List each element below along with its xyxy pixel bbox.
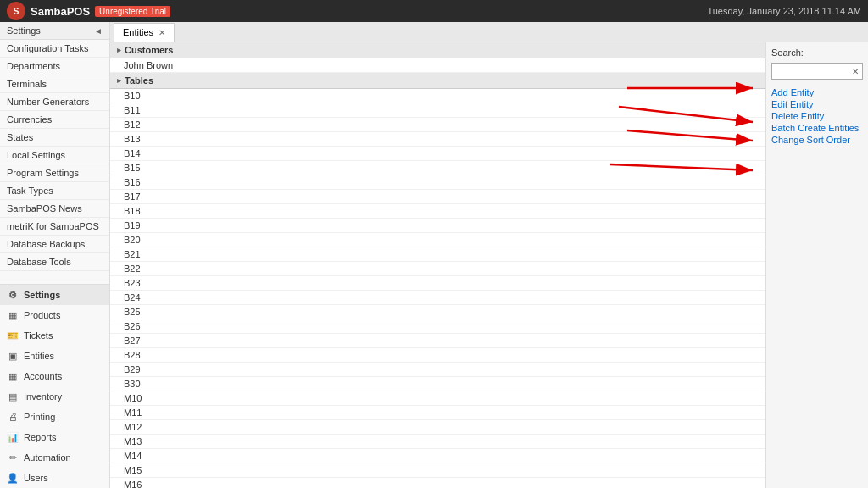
entity-item[interactable]: B10	[110, 89, 765, 103]
nav-item-inventory[interactable]: ▤Inventory	[0, 386, 109, 407]
search-clear-icon[interactable]: ✕	[852, 67, 859, 76]
action-add-entity[interactable]: Add Entity	[771, 86, 814, 98]
entity-item[interactable]: B22	[110, 262, 765, 276]
entity-item[interactable]: M11	[110, 406, 765, 420]
settings-item[interactable]: Terminals	[0, 75, 109, 93]
users-nav-icon: 👤	[7, 472, 19, 484]
action-links: Add EntityEdit EntityDelete EntityBatch …	[771, 86, 863, 146]
settings-item[interactable]: States	[0, 129, 109, 147]
printing-nav-icon: 🖨	[7, 411, 19, 423]
entity-item[interactable]: B20	[110, 233, 765, 247]
entity-group-tables[interactable]: Tables	[110, 73, 765, 89]
entities-nav-icon: ▣	[7, 350, 19, 362]
tab-label: Entities	[123, 27, 153, 37]
action-delete-entity[interactable]: Delete Entity	[771, 110, 824, 122]
inventory-nav-label: Inventory	[24, 391, 62, 402]
content-area: Entities ✕ CustomersJohn BrownTablesB10B…	[110, 22, 868, 488]
printing-nav-label: Printing	[24, 412, 55, 422]
action-batch-create-entities[interactable]: Batch Create Entities	[771, 122, 859, 134]
entities-tab[interactable]: Entities ✕	[114, 23, 175, 42]
nav-item-settings[interactable]: ⚙Settings	[0, 285, 109, 305]
action-edit-entity[interactable]: Edit Entity	[771, 98, 814, 110]
accounts-nav-icon: ▦	[7, 370, 19, 382]
entity-item[interactable]: B16	[110, 175, 765, 190]
search-label: Search:	[771, 47, 863, 58]
entity-item[interactable]: M13	[110, 435, 765, 449]
entity-item[interactable]: B17	[110, 190, 765, 204]
settings-item[interactable]: Number Generators	[0, 93, 109, 111]
users-nav-label: Users	[24, 473, 48, 483]
collapse-arrow[interactable]: ◄	[94, 26, 103, 36]
entity-item[interactable]: B25	[110, 305, 765, 319]
settings-label: Settings	[7, 25, 41, 36]
entity-item[interactable]: John Brown	[110, 58, 765, 73]
reports-nav-label: Reports	[24, 432, 57, 442]
entity-item[interactable]: B12	[110, 118, 765, 132]
entity-item[interactable]: B29	[110, 363, 765, 377]
entity-item[interactable]: B27	[110, 334, 765, 348]
trial-badge: Unregistered Trial	[95, 6, 170, 17]
tickets-nav-icon: 🎫	[7, 330, 19, 341]
settings-item[interactable]: Departments	[0, 58, 109, 75]
main-layout: Settings ◄ Configuration TasksDepartment…	[0, 22, 868, 488]
settings-item[interactable]: Local Settings	[0, 147, 109, 164]
nav-item-users[interactable]: 👤Users	[0, 468, 109, 488]
nav-item-tickets[interactable]: 🎫Tickets	[0, 325, 109, 346]
app-name: SambaPOS	[31, 5, 90, 18]
nav-item-printing[interactable]: 🖨Printing	[0, 407, 109, 427]
nav-items: ⚙Settings▦Products🎫Tickets▣Entities▦Acco…	[0, 284, 109, 488]
settings-item[interactable]: Task Types	[0, 182, 109, 200]
datetime: Tuesday, January 23, 2018 11.14 AM	[707, 6, 861, 16]
entity-group-customers[interactable]: Customers	[110, 42, 765, 58]
right-panel: Search: ✕ Add EntityEdit EntityDelete En…	[766, 42, 868, 488]
settings-menu: Configuration TasksDepartmentsTerminalsN…	[0, 40, 109, 284]
settings-item[interactable]: Database Tools	[0, 253, 109, 271]
entity-item[interactable]: B28	[110, 348, 765, 363]
entity-item[interactable]: B13	[110, 132, 765, 147]
logo-icon: S	[7, 2, 25, 20]
settings-item[interactable]: metriK for SambaPOS	[0, 218, 109, 236]
tab-close-icon[interactable]: ✕	[159, 28, 165, 37]
entity-item[interactable]: B11	[110, 103, 765, 118]
search-box[interactable]: ✕	[771, 63, 863, 80]
entity-item[interactable]: M15	[110, 463, 765, 478]
entity-item[interactable]: M16	[110, 478, 765, 488]
automation-nav-label: Automation	[24, 452, 71, 463]
inventory-nav-icon: ▤	[7, 391, 19, 402]
automation-nav-icon: ✏	[7, 452, 19, 463]
entity-item[interactable]: M10	[110, 391, 765, 406]
topbar: S SambaPOS Unregistered Trial Tuesday, J…	[0, 0, 868, 22]
entity-item[interactable]: B15	[110, 161, 765, 175]
entity-list[interactable]: CustomersJohn BrownTablesB10B11B12B13B14…	[110, 42, 765, 488]
entity-item[interactable]: B26	[110, 319, 765, 334]
nav-item-automation[interactable]: ✏Automation	[0, 447, 109, 468]
nav-item-entities[interactable]: ▣Entities	[0, 346, 109, 366]
entity-item[interactable]: M14	[110, 449, 765, 463]
settings-header: Settings ◄	[0, 22, 109, 40]
reports-nav-icon: 📊	[7, 431, 19, 443]
products-nav-icon: ▦	[7, 309, 19, 321]
sidebar: Settings ◄ Configuration TasksDepartment…	[0, 22, 110, 488]
settings-item[interactable]: Configuration Tasks	[0, 40, 109, 58]
entity-item[interactable]: B23	[110, 276, 765, 291]
entities-nav-label: Entities	[24, 351, 54, 361]
settings-item[interactable]: Currencies	[0, 111, 109, 129]
entity-item[interactable]: B30	[110, 377, 765, 391]
tickets-nav-label: Tickets	[24, 330, 53, 341]
settings-item[interactable]: Program Settings	[0, 164, 109, 182]
nav-item-products[interactable]: ▦Products	[0, 305, 109, 325]
entity-item[interactable]: B24	[110, 291, 765, 305]
nav-item-accounts[interactable]: ▦Accounts	[0, 366, 109, 386]
settings-item[interactable]: SambaPOS News	[0, 200, 109, 218]
nav-item-reports[interactable]: 📊Reports	[0, 427, 109, 447]
accounts-nav-label: Accounts	[24, 371, 62, 381]
settings-item[interactable]: Database Backups	[0, 236, 109, 253]
entity-item[interactable]: B18	[110, 204, 765, 219]
entity-item[interactable]: B19	[110, 219, 765, 233]
entity-item[interactable]: M12	[110, 420, 765, 435]
inner-content: CustomersJohn BrownTablesB10B11B12B13B14…	[110, 42, 868, 488]
entity-item[interactable]: B14	[110, 147, 765, 161]
action-change-sort-order[interactable]: Change Sort Order	[771, 134, 850, 146]
entity-item[interactable]: B21	[110, 247, 765, 262]
settings-nav-icon: ⚙	[7, 289, 19, 301]
